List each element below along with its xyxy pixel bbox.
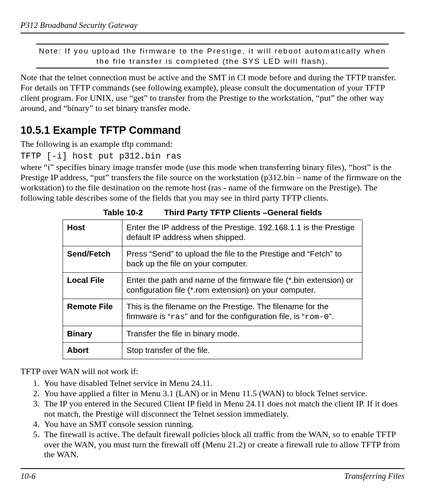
cell-field: Send/Fetch (63, 246, 122, 272)
wan-list: You have disabled Telnet service in Menu… (20, 378, 405, 460)
mono-rom0: rom-0 (305, 312, 329, 321)
cell-desc: Enter the IP address of the Prestige. 19… (122, 220, 362, 246)
cell-field: Host (63, 220, 122, 246)
mono-ras: ras (170, 312, 185, 321)
table-caption-number: Table 10-2 (103, 208, 143, 217)
footer-section-name: Transferring Files (344, 471, 405, 481)
cell-desc: Enter the path and name of the firmware … (122, 272, 362, 299)
table-row: Send/Fetch Press “Send” to upload the fi… (63, 246, 362, 272)
cell-desc: Transfer the file in binary mode. (122, 326, 362, 342)
cell-field: Binary (63, 326, 122, 342)
table-row: Binary Transfer the file in binary mode. (63, 326, 362, 342)
desc-post: ”. (329, 312, 334, 321)
table-row: Local File Enter the path and name of th… (63, 272, 362, 299)
section-heading: 10.5.1 Example TFTP Command (20, 124, 405, 137)
footer-page-number: 10-6 (20, 471, 36, 481)
page-header: P312 Broadband Security Gateway (20, 20, 405, 33)
list-item: You have applied a filter in Menu 3.1 (L… (42, 388, 405, 399)
table-caption: Table 10-2 Third Party TFTP Clients –Gen… (20, 208, 405, 217)
code-example: TFTP [-i] host put p312.bin ras (20, 151, 405, 161)
table-row: Remote File This is the filename on the … (63, 299, 362, 326)
cell-field: Remote File (63, 299, 122, 326)
cell-desc: This is the filename on the Prestige. Th… (122, 299, 362, 326)
desc-mid: ” and for the configuration file, is “ (185, 312, 305, 321)
table-row: Abort Stop transfer of the file. (63, 342, 362, 359)
list-item: The IP you entered in the Secured Client… (42, 399, 405, 419)
tftp-fields-table: Host Enter the IP address of the Prestig… (63, 220, 362, 359)
cell-field: Abort (63, 342, 122, 359)
table-row: Host Enter the IP address of the Prestig… (63, 220, 362, 246)
note-box: Note: If you upload the firmware to the … (36, 44, 389, 68)
list-item: The firewall is active. The default fire… (42, 429, 405, 460)
intro-paragraph: Note that the telnet connection must be … (20, 72, 405, 113)
cell-desc: Stop transfer of the file. (122, 342, 362, 359)
section-intro: The following is an example tftp command… (20, 139, 405, 149)
after-code-paragraph: where “i” specifies binary image transfe… (20, 162, 405, 203)
document-page: P312 Broadband Security Gateway Note: If… (0, 0, 425, 504)
page-footer: 10-6 Transferring Files (20, 468, 405, 481)
wan-intro: TFTP over WAN will not work if: (20, 366, 405, 377)
table-caption-title: Third Party TFTP Clients –General fields (164, 208, 322, 217)
list-item: You have disabled Telnet service in Menu… (42, 378, 405, 388)
cell-field: Local File (63, 272, 122, 299)
list-item: You have an SMT console session running. (42, 419, 405, 429)
cell-desc: Press “Send” to upload the file to the P… (122, 246, 362, 272)
